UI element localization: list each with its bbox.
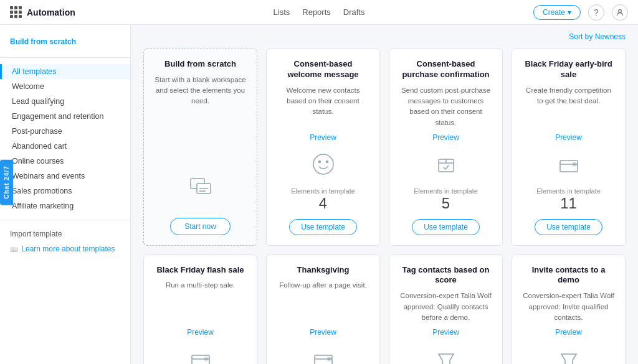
svg-point-16 bbox=[206, 358, 207, 360]
card-black-friday-flash-preview[interactable]: Preview bbox=[187, 328, 214, 337]
start-now-button[interactable]: Start now bbox=[170, 218, 231, 235]
sort-bar: Sort by Newness bbox=[143, 32, 626, 41]
chat-widget[interactable]: Chat 24/7 bbox=[0, 159, 13, 205]
card-thanksgiving: Thanksgiving Follow-up after a page visi… bbox=[266, 254, 380, 364]
sidebar-item-abandoned-cart[interactable]: Abandoned cart bbox=[0, 139, 130, 154]
card-black-friday-flash-desc: Run a multi-step sale. bbox=[166, 280, 235, 323]
funnel-icon-2 bbox=[555, 345, 583, 364]
card-thanksgiving-title: Thanksgiving bbox=[297, 265, 350, 276]
account-button[interactable] bbox=[612, 4, 628, 21]
topnav-right: Create ▾ ? bbox=[533, 4, 628, 21]
sidebar-item-post-purchase[interactable]: Post-purchase bbox=[0, 124, 130, 139]
card-scratch-desc: Start with a blank workspace and select … bbox=[154, 75, 247, 164]
card-consent-welcome: Consent-based welcome message Welcome ne… bbox=[266, 49, 380, 246]
card-black-friday-flash-title: Black Friday flash sale bbox=[156, 265, 244, 276]
card-black-friday-early-elements-label: Elements in template bbox=[536, 187, 601, 195]
card-consent-welcome-elements-count: 4 bbox=[319, 195, 327, 213]
smiley-icon bbox=[310, 151, 337, 181]
card-thanksgiving-preview[interactable]: Preview bbox=[310, 328, 336, 337]
card-black-friday-early-desc: Create friendly competition to get the b… bbox=[522, 85, 615, 128]
svg-point-7 bbox=[326, 161, 328, 162]
main-layout: Build from scratch All templates Welcome… bbox=[0, 25, 638, 364]
card-consent-welcome-elements-label: Elements in template bbox=[291, 187, 355, 195]
cards-grid: Build from scratch Start with a blank wo… bbox=[143, 49, 626, 364]
topnav: Automation Lists Reports Drafts Create ▾… bbox=[0, 0, 638, 25]
wallet-icon-2 bbox=[187, 345, 214, 364]
use-template-consent-welcome[interactable]: Use template bbox=[289, 219, 357, 235]
card-consent-purchase: Consent-based purchase confirmation Send… bbox=[389, 49, 503, 246]
sidebar-item-online-courses[interactable]: Online courses bbox=[0, 154, 130, 169]
topnav-links: Lists Reports Drafts bbox=[274, 7, 365, 17]
card-invite-demo: Invite contacts to a demo Conversion-exp… bbox=[512, 254, 626, 364]
card-thanksgiving-desc: Follow-up after a page visit. bbox=[279, 280, 367, 323]
sidebar-divider-top bbox=[0, 57, 130, 58]
card-black-friday-early-title: Black Friday early-bird sale bbox=[522, 59, 615, 80]
grid-icon bbox=[10, 6, 22, 18]
sidebar-item-webinars[interactable]: Webinars and events bbox=[0, 169, 130, 184]
card-black-friday-flash: Black Friday flash sale Run a multi-step… bbox=[143, 254, 257, 364]
svg-point-13 bbox=[574, 164, 575, 165]
card-consent-welcome-preview[interactable]: Preview bbox=[310, 133, 336, 142]
book-icon: 📖 bbox=[10, 246, 17, 253]
card-tag-contacts-title: Tag contacts based on score bbox=[399, 265, 492, 286]
nav-drafts[interactable]: Drafts bbox=[343, 7, 365, 17]
card-consent-purchase-preview[interactable]: Preview bbox=[432, 133, 459, 142]
svg-point-19 bbox=[328, 358, 330, 360]
sort-value[interactable]: Newness bbox=[595, 32, 626, 41]
card-black-friday-early-elements-count: 11 bbox=[560, 195, 577, 213]
card-black-friday-early-preview[interactable]: Preview bbox=[555, 133, 582, 142]
use-template-black-friday-early[interactable]: Use template bbox=[535, 219, 602, 235]
use-template-consent-purchase[interactable]: Use template bbox=[412, 219, 480, 235]
svg-point-0 bbox=[619, 9, 622, 12]
card-scratch: Build from scratch Start with a blank wo… bbox=[143, 49, 257, 246]
card-consent-purchase-title: Consent-based purchase confirmation bbox=[399, 59, 492, 80]
sidebar: Build from scratch All templates Welcome… bbox=[0, 25, 131, 364]
brand: Automation bbox=[10, 6, 75, 18]
box-icon bbox=[432, 151, 460, 181]
help-button[interactable]: ? bbox=[588, 4, 604, 21]
scratch-icon bbox=[186, 170, 216, 203]
build-from-scratch-label[interactable]: Build from scratch bbox=[0, 35, 130, 51]
card-black-friday-early: Black Friday early-bird sale Create frie… bbox=[512, 49, 626, 246]
chevron-down-icon: ▾ bbox=[568, 8, 571, 17]
svg-point-5 bbox=[313, 154, 333, 174]
card-consent-welcome-desc: Welcome new contacts based on their cons… bbox=[277, 85, 369, 128]
card-invite-demo-preview[interactable]: Preview bbox=[555, 328, 582, 337]
card-tag-contacts-preview[interactable]: Preview bbox=[432, 328, 459, 337]
card-consent-welcome-title: Consent-based welcome message bbox=[277, 59, 369, 80]
main-content: Sort by Newness Build from scratch Start… bbox=[131, 25, 638, 364]
learn-more-link[interactable]: 📖 Learn more about templates bbox=[0, 241, 130, 256]
wallet-icon-1 bbox=[555, 151, 583, 181]
sidebar-divider-bottom bbox=[0, 220, 130, 220]
funnel-icon-1 bbox=[432, 345, 460, 364]
sidebar-item-affiliate[interactable]: Affiliate marketing bbox=[0, 198, 130, 213]
nav-lists[interactable]: Lists bbox=[274, 7, 290, 17]
card-invite-demo-title: Invite contacts to a demo bbox=[522, 265, 615, 286]
card-consent-purchase-elements-count: 5 bbox=[442, 195, 450, 213]
wallet-icon-3 bbox=[310, 345, 337, 364]
nav-reports[interactable]: Reports bbox=[302, 7, 331, 17]
card-invite-demo-desc: Conversion-expert Talia Wolf approved: I… bbox=[522, 291, 615, 323]
card-tag-contacts: Tag contacts based on score Conversion-e… bbox=[389, 254, 503, 364]
sidebar-item-engagement[interactable]: Engagement and retention bbox=[0, 109, 130, 124]
card-tag-contacts-desc: Conversion-expert Talia Wolf approved: Q… bbox=[399, 291, 492, 323]
card-scratch-title: Build from scratch bbox=[164, 59, 236, 70]
import-template[interactable]: Import template bbox=[0, 226, 130, 241]
card-consent-purchase-elements-label: Elements in template bbox=[414, 187, 478, 195]
card-consent-purchase-desc: Send custom post-purchase messages to cu… bbox=[399, 85, 492, 128]
sidebar-item-sales-promotions[interactable]: Sales promotions bbox=[0, 184, 130, 198]
sidebar-item-all-templates[interactable]: All templates bbox=[0, 64, 130, 79]
create-button[interactable]: Create ▾ bbox=[533, 5, 581, 20]
svg-point-6 bbox=[318, 161, 320, 162]
sidebar-item-welcome[interactable]: Welcome bbox=[0, 79, 130, 94]
brand-label: Automation bbox=[27, 7, 75, 17]
sidebar-item-lead-qualifying[interactable]: Lead qualifying bbox=[0, 94, 130, 109]
